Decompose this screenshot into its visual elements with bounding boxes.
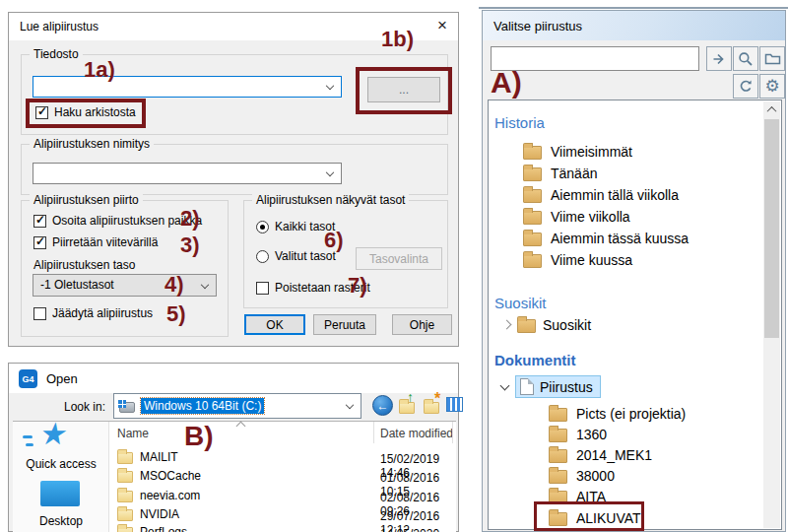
folder-icon (117, 471, 133, 483)
document-icon (520, 378, 534, 395)
taso-label: Alipiirustuksen taso (33, 258, 135, 272)
file-row[interactable]: PerfLogs (117, 524, 187, 532)
tree-item-label: Viime kuussa (551, 252, 632, 268)
tree-item-picts[interactable]: Picts (ei projektia) (549, 403, 686, 424)
scroll-up-button[interactable] (763, 101, 780, 118)
search-input[interactable] (491, 46, 699, 71)
annotation-7: 7) (348, 273, 367, 299)
folder-icon (523, 254, 542, 268)
tree-item-viime-kuussa[interactable]: Viime kuussa (523, 249, 632, 270)
tree-item-label: AITA (576, 489, 606, 504)
search-button[interactable] (733, 46, 758, 71)
file-row[interactable]: MAILIT (117, 449, 178, 464)
tree-item-aita[interactable]: AITA (549, 486, 606, 506)
tasovalinta-button[interactable]: Tasovalinta (356, 247, 442, 270)
file-row[interactable]: MSOCache (117, 468, 201, 483)
folder-icon (523, 233, 542, 246)
annotation-1b: 1b) (381, 27, 414, 52)
tree-item-viime-viikolla[interactable]: Viime viikolla (523, 206, 630, 227)
folder-icon (523, 211, 542, 225)
check-icon: ✓ (37, 104, 47, 118)
look-in-combobox[interactable]: Windows 10 64Bit (C:) (113, 393, 361, 419)
tree-item-2014-mek1[interactable]: 2014_MEK1 (549, 444, 652, 465)
places-sidebar: ★ Quick access Desktop (13, 422, 109, 532)
column-divider[interactable] (373, 422, 374, 443)
checkbox-label: Haku arkistosta (54, 105, 136, 119)
file-name: MSOCache (140, 469, 201, 483)
view-menu-icon[interactable] (446, 397, 463, 412)
scrollbar-thumb[interactable] (764, 119, 779, 338)
desktop-item[interactable]: Desktop (13, 514, 109, 528)
chevron-down-icon (326, 82, 334, 90)
settings-button[interactable]: ⚙ (759, 74, 785, 99)
chevron-down-icon (346, 401, 354, 409)
jaadyta-checkbox[interactable]: Jäädytä alipiirustus (33, 306, 153, 320)
chevron-down-icon[interactable] (500, 380, 510, 390)
chevron-down-icon (326, 168, 334, 176)
refresh-button[interactable] (733, 74, 758, 99)
tree-item-1360[interactable]: 1360 (549, 424, 607, 444)
back-button[interactable]: ← (372, 395, 393, 416)
folder-icon (523, 146, 542, 160)
open-folder-icon (764, 51, 781, 66)
tree-item-label: Aiemmin tällä viikolla (551, 187, 679, 203)
column-divider[interactable] (452, 422, 453, 443)
tree-item-viimeisimmat[interactable]: Viimeisimmät (523, 141, 632, 162)
folder-icon (117, 452, 133, 464)
close-button[interactable]: × (437, 16, 447, 35)
up-folder-button[interactable]: ↑ (399, 399, 415, 414)
tree-item-alikuvat[interactable]: ALIKUVAT (549, 507, 641, 528)
selected-item[interactable]: Piirustus (515, 375, 601, 398)
annotation-A: A) (491, 66, 522, 100)
tree-item-aiemmin-kuussa[interactable]: Aiemmin tässä kuussa (523, 228, 689, 248)
chevron-right-icon[interactable] (502, 320, 512, 330)
ok-button[interactable]: OK (244, 314, 305, 335)
tree-item-aiemmin-viikolla[interactable]: Aiemmin tällä viikolla (523, 184, 679, 205)
browse-folder-button[interactable] (759, 46, 785, 71)
tree-item-label: Viime viikolla (551, 209, 630, 225)
folder-icon (549, 512, 567, 526)
folder-icon (549, 429, 567, 442)
quick-access-item[interactable]: Quick access (13, 457, 109, 471)
close-icon: × (437, 16, 447, 34)
nimitys-combobox[interactable] (33, 163, 342, 184)
tree-item-label: ALIKUVAT (576, 510, 641, 526)
file-row[interactable]: NVIDIA (117, 506, 179, 521)
column-header-date[interactable]: Date modified (380, 427, 453, 440)
tiedosto-combobox[interactable] (33, 76, 342, 98)
scrollbar[interactable] (763, 101, 780, 528)
ohje-button[interactable]: Ohje (392, 314, 452, 335)
tree-item-tanaan[interactable]: Tänään (523, 163, 597, 183)
go-button[interactable] (706, 46, 732, 71)
panel-title-bar[interactable]: Valitse piirustus (483, 11, 785, 40)
haku-arkistosta-checkbox[interactable]: ✓ Haku arkistosta (35, 105, 136, 119)
group-label: Alipiirustuksen nimitys (30, 137, 154, 151)
tiedosto-value (33, 80, 39, 94)
tree-item-suosikit[interactable]: Suosikit (503, 314, 591, 335)
tree-item-label: Tänään (551, 166, 597, 181)
settings-icon: ⚙ (764, 76, 779, 97)
file-row[interactable]: neevia.com (117, 488, 200, 502)
taso-dropdown[interactable]: -1 Oletustasot (33, 274, 217, 297)
tree-item-label: Piirustus (540, 379, 593, 395)
folder-icon (517, 319, 536, 333)
drawing-tree: Historia Viimeisimmät Tänään Aiemmin täl… (488, 100, 782, 530)
dokumentit-header: Dokumentit (494, 352, 576, 368)
file-list: Name Date modified MAILIT 15/02/2019 14:… (110, 422, 456, 532)
column-header-name[interactable]: Name (117, 427, 149, 440)
browse-button[interactable]: ... (367, 77, 440, 102)
group-label: Alipiirustuksen näkyvät tasot (252, 193, 409, 207)
viitevari-checkbox[interactable]: ✓ Piirretään viitevärillä (33, 235, 158, 249)
check-icon: ✓ (35, 234, 45, 248)
tree-item-38000[interactable]: 38000 (549, 465, 615, 486)
title-bar[interactable]: G4 Open (9, 364, 458, 393)
new-folder-button[interactable]: * (424, 399, 439, 414)
folder-icon (117, 491, 133, 502)
window-edge (479, 7, 788, 9)
back-icon: ← (377, 399, 389, 413)
tree-item-piirustus[interactable]: Piirustus (501, 376, 601, 397)
osoita-checkbox[interactable]: ✓ Osoita alipiirustuksen paikka (33, 214, 202, 228)
peruuta-button[interactable]: Peruuta (313, 314, 376, 335)
group-label: Tiedosto (30, 47, 83, 61)
tree-item-label: Suosikit (543, 317, 591, 333)
